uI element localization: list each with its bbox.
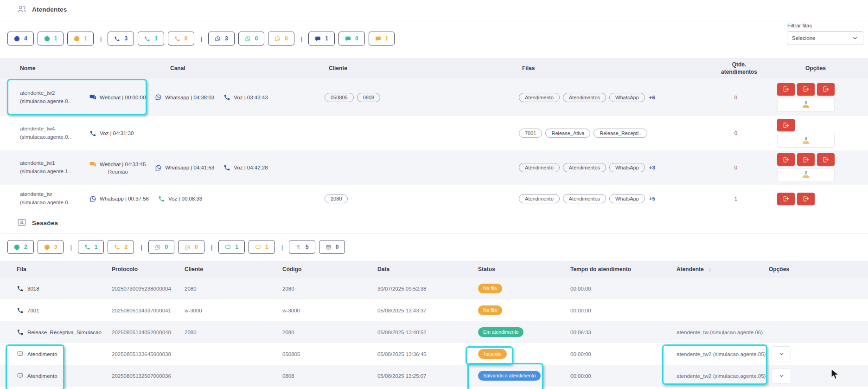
counter-phone-orange[interactable]: 2 [108,240,134,254]
row-menu-button[interactable] [772,346,791,362]
org-chart-icon [801,136,811,145]
chat-icon [345,36,351,42]
logout-icon [802,195,810,202]
fila-name: 3018 [27,286,39,292]
counter-value: 5 [306,244,309,250]
logout-button[interactable] [777,83,795,96]
counter-value: 1 [54,35,57,42]
counter-chat-blue[interactable]: 1 [308,32,335,45]
fila-pill: Atendimento [519,163,560,172]
counter-chat-square-green[interactable]: 1 [218,240,245,254]
counter-value: 3 [225,35,228,42]
row-menu-button[interactable] [772,368,791,384]
data-cell: 05/08/2025 13:36:45 [372,351,472,357]
org-chart-icon [801,170,811,180]
logout-button[interactable] [797,83,815,96]
logout-buttons-row [777,153,835,166]
counter-circle-orange[interactable]: 3 [38,240,64,254]
qtde-atendimentos-value: 1 [710,196,761,201]
counter-whatsapp-green[interactable]: 0 [238,32,265,45]
counter-group-divider: | [211,244,212,251]
logout-button[interactable] [817,83,835,96]
channel-sublabel: Reunião [108,169,146,175]
atendente-value: atendente_tw2 (simulacao.agente.05) [677,373,766,379]
counter-value: 1 [95,244,98,250]
counter-whatsapp-orange[interactable]: 0 [178,240,204,254]
counter-circle-green[interactable]: 2 [7,240,34,254]
org-chart-button[interactable] [777,98,835,112]
col-data: Data [372,266,472,272]
protocolo-cell: 20250805133645000038 [106,351,179,357]
logout-icon [782,195,790,202]
fila-cell: Atendimento [11,350,106,357]
org-chart-button[interactable] [777,168,835,182]
queue-filter-select[interactable]: Selecione [787,31,863,45]
counter-whatsapp-green[interactable]: 0 [148,240,175,254]
col-cliente: Cliente [179,266,277,272]
protocolo-value: 20250805134337000041 [112,308,171,313]
phone-icon [89,130,96,137]
filas-cell: 7001Release_AtivaRelease_Recepti.. [519,129,710,138]
org-chart-icon [801,100,811,110]
fila-cell: 7001 [11,307,106,314]
codigo-value: 050805 [282,351,300,357]
logout-button[interactable] [797,193,815,205]
counter-phone-green[interactable]: 1 [138,32,164,45]
channel-phone: Voz | 03:43:43 [223,94,268,101]
col-atendente-sortable[interactable]: Atendente ↑ [671,266,763,273]
fila-cell: 3018 [11,285,106,292]
circle-icon [14,244,20,250]
fila-pill: Atendimentos [563,194,606,203]
counter-value: 1 [265,244,268,250]
phone-icon [17,307,24,314]
data-value: 30/07/2025 09:52:38 [377,286,427,292]
atendente-name: atendente_tw(simulacao.agente.0.. [20,190,89,207]
whatsapp-icon [245,36,251,42]
data-cell: 05/08/2025 13:43:37 [372,308,472,313]
opcoes-cell [761,119,868,148]
sessions-icon [17,218,27,228]
atendente-value: atendente_tw (simulacao.agente.06) [677,330,763,335]
codigo-value: 2080 [282,286,294,292]
counter-value: 0 [355,35,358,42]
counter-chat-square-orange[interactable]: 1 [249,240,275,254]
atendente-name: atendente_tw1(simulacao.agente.1.. [20,159,89,176]
chevron-down-icon [852,35,858,41]
logout-button[interactable] [777,153,795,166]
section-divider [0,21,868,21]
col-codigo: Código [277,266,372,272]
counter-whatsapp-blue[interactable]: 3 [208,32,235,45]
logout-button[interactable] [777,119,795,131]
counter-circle-orange[interactable]: 1 [67,32,94,45]
logout-button[interactable] [777,193,795,205]
counter-chat-orange[interactable]: 1 [369,32,395,45]
channel-phone: Voz | 04:42:28 [223,164,268,171]
logout-buttons-row [777,193,815,205]
counter-whatsapp-orange[interactable]: 0 [268,32,294,45]
atendente-login: (simulacao.agente.0.. [20,97,89,106]
person-icon [295,244,301,250]
counter-phone-blue[interactable]: 3 [108,32,134,45]
logout-button[interactable] [797,153,815,166]
counter-calendar-grey[interactable]: 0 [319,240,345,254]
tempo-cell: 00:06:33 [565,330,671,335]
counter-phone-orange[interactable]: 0 [168,32,194,45]
channel-item: Voz | 00:08:33 [158,195,202,202]
org-chart-button[interactable] [777,134,835,148]
qtde-atendimentos-value: 0 [710,95,761,100]
filas-more-link[interactable]: +6 [649,95,655,100]
logout-button[interactable] [817,153,835,166]
channel-whatsapp: Whatsapp | 04:38:03 [155,94,214,101]
cliente-cell: w-3000 [179,308,277,313]
counter-person-grey[interactable]: 5 [289,240,315,254]
counter-phone-green[interactable]: 1 [78,240,104,254]
fila-name: 7001 [27,308,39,313]
counter-group-divider: | [100,35,102,42]
codigo-cell: 0808 [277,373,372,379]
counter-circle-blue[interactable]: 4 [7,32,34,45]
filas-more-link[interactable]: +5 [649,196,655,201]
counter-chat-green[interactable]: 0 [338,32,365,45]
phone-icon [17,285,24,292]
filas-more-link[interactable]: +3 [649,165,655,170]
counter-circle-green[interactable]: 1 [38,32,64,45]
